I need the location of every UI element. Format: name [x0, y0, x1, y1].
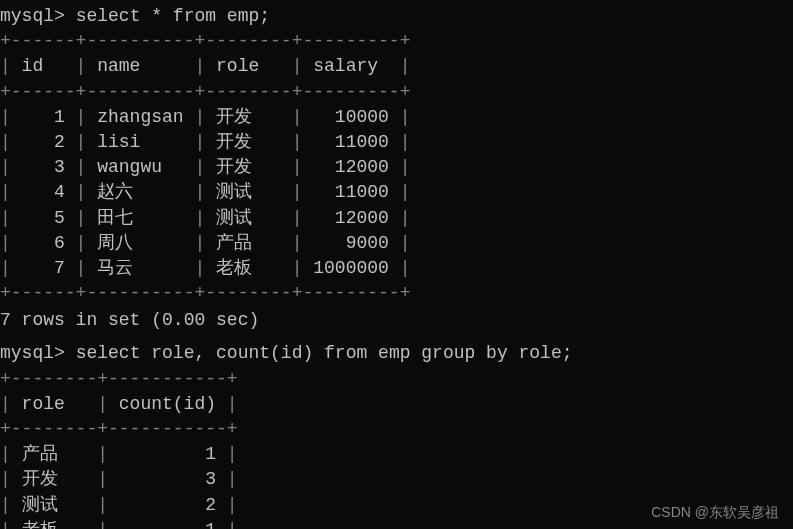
table-row: | 7 | 马云 | 老板 | 1000000 | [0, 256, 793, 281]
col-count: count(id) [119, 392, 216, 417]
watermark: CSDN @东软吴彦祖 [651, 503, 779, 523]
table2-sep-mid: +--------+-----------+ [0, 417, 793, 442]
table2-sep-top: +--------+-----------+ [0, 367, 793, 392]
status-text-1: 7 rows in set (0.00 sec) [0, 306, 793, 341]
table-row: | 2 | lisi | 开发 | 11000 | [0, 130, 793, 155]
table1-header: | id | name | role | salary | [0, 54, 793, 79]
table1-sep-mid: +------+----------+--------+---------+ [0, 80, 793, 105]
col-salary: salary [313, 54, 389, 79]
col-id: id [22, 54, 65, 79]
mysql-prompt-1: mysql> select * from emp; [0, 4, 793, 29]
col-name: name [97, 54, 183, 79]
table1-sep-top: +------+----------+--------+---------+ [0, 29, 793, 54]
col-role2: role [22, 392, 87, 417]
table-row: | 1 | zhangsan | 开发 | 10000 | [0, 105, 793, 130]
table-row: | 4 | 赵六 | 测试 | 11000 | [0, 180, 793, 205]
table-row: | 产品 | 1 | [0, 442, 793, 467]
sql-query-2: select role, count(id) from emp group by… [76, 343, 573, 363]
table-row: | 6 | 周八 | 产品 | 9000 | [0, 231, 793, 256]
table2-header: | role | count(id) | [0, 392, 793, 417]
sql-query-1: select * from emp; [76, 6, 270, 26]
mysql-prompt-2: mysql> select role, count(id) from emp g… [0, 341, 793, 366]
col-role: role [216, 54, 281, 79]
table1-sep-bottom: +------+----------+--------+---------+ [0, 281, 793, 306]
table-row: | 开发 | 3 | [0, 467, 793, 492]
prompt-label: mysql> [0, 343, 65, 363]
table-row: | 3 | wangwu | 开发 | 12000 | [0, 155, 793, 180]
table-row: | 5 | 田七 | 测试 | 12000 | [0, 206, 793, 231]
prompt-label: mysql> [0, 6, 65, 26]
